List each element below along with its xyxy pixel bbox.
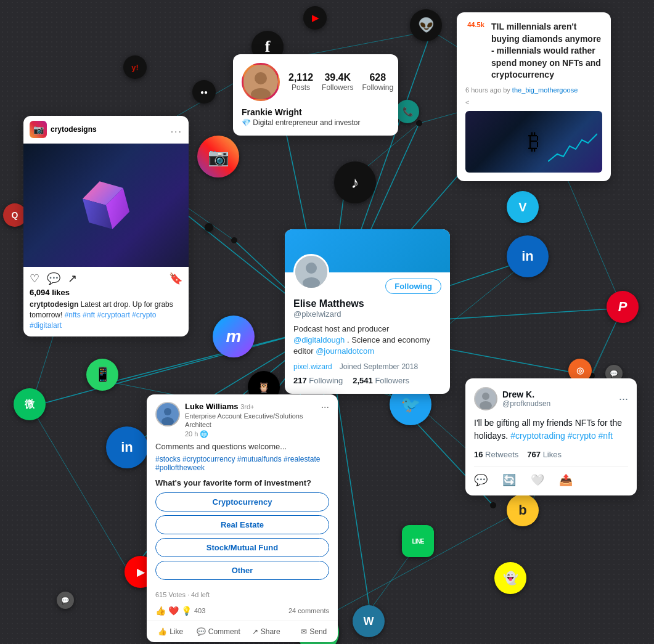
li-poll-question: What's your favorite form of investment? [155, 478, 329, 487]
tweet-like-icon[interactable]: 🤍 [531, 473, 544, 487]
tw-bio-mention2[interactable]: @journaldotcom [316, 346, 374, 356]
pinterest-icon[interactable]: P [607, 291, 639, 323]
messenger-icon[interactable]: m [213, 316, 255, 357]
li-send-button[interactable]: ✉ Send [290, 624, 338, 640]
linkedin-poll-card: Luke Williams 3rd+ Enterprise Account Ex… [147, 394, 338, 642]
li-user-info: Luke Williams 3rd+ Enterprise Account Ex… [185, 402, 321, 438]
svg-point-72 [306, 263, 317, 274]
svg-point-69 [255, 72, 267, 84]
reaction-like: 👍 [155, 606, 166, 616]
ig-caption: crytptodesign Latest art drop. Up for gr… [23, 300, 189, 336]
rd-time: 6 hours ago [465, 86, 501, 94]
instagram-icon[interactable]: 📷 [197, 136, 239, 177]
li-like-button[interactable]: 👍 Like [147, 624, 195, 640]
poll-option-cryptocurrency[interactable]: Cryptocurrency [155, 492, 329, 512]
tweet-retweet-icon[interactable]: 🔄 [502, 473, 516, 487]
ig-actions-bar: ♡ 💬 ↗ 🔖 [23, 267, 189, 288]
tweet-retweets-count: 16 [474, 450, 483, 459]
poll-option-realestate[interactable]: Real Estate [155, 515, 329, 534]
ig-prof-stats: 2,112 Posts 39.4K Followers 628 Followin… [288, 72, 393, 92]
li-like-icon: 👍 [158, 627, 167, 636]
tweet-avatar-svg [475, 388, 496, 409]
ig-bookmark-icon[interactable]: 🔖 [169, 272, 182, 285]
yelp-icon[interactable]: y! [123, 55, 147, 79]
poll-option-stockmutual[interactable]: Stock/Mutual Fund [155, 538, 329, 557]
rd-author[interactable]: the_big_mothergoose [512, 86, 578, 94]
ig-prof-name: Frankie Wright [242, 107, 390, 117]
linkedin-right-icon[interactable]: in [507, 235, 549, 277]
tw-bio-mention1[interactable]: @digitaldough [293, 335, 345, 344]
ig-prof-followers-stat: 39.4K Followers [322, 72, 353, 92]
tweet-stats: 16 Retweets 767 Likes [474, 450, 628, 459]
ig-share-icon[interactable]: ↗ [68, 272, 77, 285]
flickr-icon[interactable]: ●● [192, 80, 216, 104]
chat-icon[interactable]: 💬 [57, 592, 74, 609]
li-comment-button[interactable]: 💬 Comment [195, 624, 243, 640]
tw-website[interactable]: pixel.wizard [293, 362, 332, 371]
tweet-text: I'll be gifting all my friends NFTs for … [474, 417, 628, 442]
ig-prof-posts-count: 2,112 [288, 72, 313, 83]
li-share-button[interactable]: ↗ Share [242, 624, 290, 640]
li-avatar [155, 402, 180, 426]
vimeo-icon[interactable]: V [507, 191, 539, 223]
tweet-user-info: Drew K. @profknudsen [502, 389, 550, 408]
tweet-header: Drew K. @profknudsen ··· [474, 387, 628, 410]
reaction-love: ❤️ [168, 606, 179, 616]
ig-prof-header: 2,112 Posts 39.4K Followers 628 Followin… [242, 63, 390, 101]
phone-icon[interactable]: 📞 [396, 100, 419, 123]
ig-profile-card: 2,112 Posts 39.4K Followers 628 Followin… [233, 54, 398, 136]
line-icon[interactable]: LINE [402, 525, 434, 557]
tweet-retweets-label: Retweets [485, 450, 518, 459]
tweet-dots[interactable]: ··· [619, 393, 628, 406]
tiktok-icon[interactable]: ♪ [334, 161, 376, 203]
ig-like-icon[interactable]: ♡ [30, 272, 39, 285]
linkedin-left-icon[interactable]: in [106, 426, 148, 468]
ig-comment-icon[interactable]: 💬 [47, 272, 60, 285]
li-reactions: 👍 ❤️ 💡 403 24 comments [147, 603, 338, 621]
ig-prof-posts-stat: 2,112 Posts [288, 72, 313, 92]
tw-followers-stat: 2,541 Followers [353, 376, 409, 385]
poll-option-other[interactable]: Other [155, 561, 329, 580]
tweet-avatar [474, 387, 497, 410]
instagram-post-card: 📷 crytodesigns ... [23, 116, 189, 336]
tw-followers-label: Followers [375, 376, 409, 385]
svg-point-75 [164, 408, 171, 415]
snapchat-icon[interactable]: 👻 [494, 562, 526, 594]
tweet-reply-icon[interactable]: 💬 [474, 473, 488, 487]
reaction-insightful: 💡 [181, 606, 192, 616]
wordpress-icon[interactable]: W [353, 605, 385, 637]
tweet-hashtags: #cryptotrading #crypto #nft [510, 431, 613, 441]
youtube-top-icon[interactable]: ▶ [303, 6, 327, 30]
rd-title: TIL millennials aren't buying diamonds a… [491, 21, 602, 81]
tw-profile-handle: @pixelwizard [293, 309, 441, 319]
li-comment-icon: 💬 [197, 627, 206, 636]
whatsapp1-icon[interactable]: 📱 [86, 359, 118, 391]
wechat-icon[interactable]: 微 [14, 388, 46, 420]
li-send-icon: ✉ [301, 627, 307, 636]
tw-following-count: 217 [293, 376, 307, 385]
reddit-icon[interactable]: 👽 [410, 9, 442, 41]
tw-followers-count: 2,541 [353, 376, 373, 385]
ig-post-image [23, 144, 189, 267]
tweet-user-area: Drew K. @profknudsen [474, 387, 550, 410]
svg-point-78 [482, 393, 489, 400]
tw-joined: Joined September 2018 [340, 362, 418, 371]
rd-score: 44.5k [465, 21, 486, 28]
reddit-news-card: 44.5k TIL millennials aren't buying diam… [457, 12, 611, 181]
rd-chart-svg [548, 131, 597, 168]
ig-prof-following-label: Following [362, 83, 393, 92]
li-globe-icon: 🌐 [200, 430, 208, 438]
li-hashtags: #stocks #cryptocurrency #mutualfunds #re… [155, 455, 329, 472]
bumble-icon[interactable]: b [507, 494, 539, 526]
li-vote-info: 615 Votes · 4d left [147, 589, 338, 603]
tw-profile-bio: Podcast host and producer @digitaldough … [293, 324, 441, 357]
tw-avatar-svg [295, 256, 327, 288]
li-card-dots[interactable]: ··· [321, 402, 329, 413]
ig-card-dots[interactable]: ... [171, 124, 182, 135]
tweet-share-icon[interactable]: 📤 [559, 473, 573, 487]
li-post-time: 20 h 🌐 [185, 430, 321, 438]
ig-logo: 📷 [30, 121, 47, 138]
rd-share[interactable]: < [465, 99, 602, 106]
li-like-label: Like [170, 627, 183, 636]
tw-follow-button[interactable]: Following [385, 279, 441, 294]
